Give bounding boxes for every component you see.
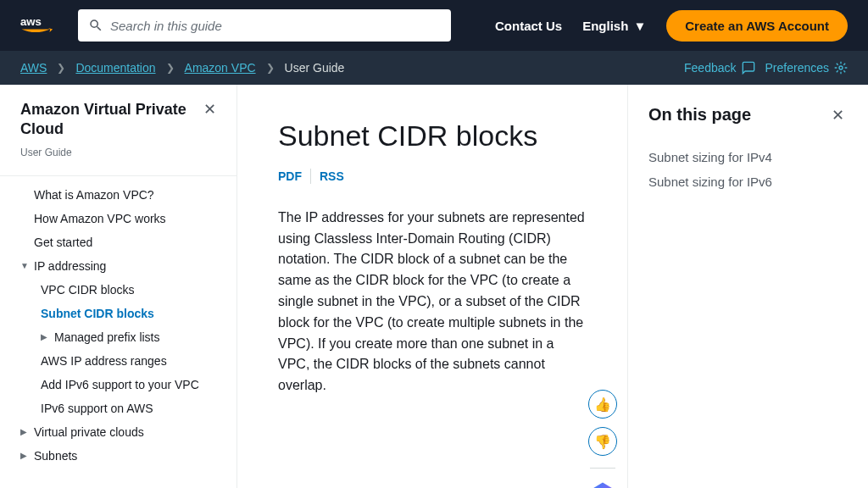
- amazon-q-icon[interactable]: [588, 480, 617, 488]
- sidebar-item[interactable]: Subnet CIDR blocks: [0, 302, 236, 325]
- sidebar-item-label: What is Amazon VPC?: [34, 188, 154, 202]
- divider: [310, 169, 311, 184]
- thumbs-up-button[interactable]: 👍: [588, 390, 617, 419]
- divider: [590, 468, 615, 469]
- sidebar-item-label: IPv6 support on AWS: [41, 402, 153, 415]
- caret-icon: ▼: [20, 261, 29, 270]
- close-icon[interactable]: ✕: [832, 106, 844, 125]
- sidebar-subtitle: User Guide: [0, 147, 236, 169]
- search-input[interactable]: [78, 9, 451, 42]
- aws-logo[interactable]: aws: [20, 14, 58, 37]
- sidebar-item[interactable]: What is Amazon VPC?: [0, 183, 236, 207]
- sidebar-item[interactable]: ▶Subnets: [0, 444, 236, 468]
- main-content: Subnet CIDR blocks PDF RSS The IP addres…: [237, 85, 627, 488]
- sidebar: Amazon Virtual Private Cloud ✕ User Guid…: [0, 85, 237, 488]
- rightpane-title: On this page: [648, 105, 751, 125]
- close-icon[interactable]: ✕: [203, 100, 216, 119]
- gear-icon: [834, 61, 848, 75]
- sidebar-item[interactable]: ▶Virtual private clouds: [0, 420, 236, 444]
- sidebar-item[interactable]: AWS IP address ranges: [0, 349, 236, 373]
- chevron-right-icon: ❯: [166, 62, 175, 74]
- sidebar-item-label: Get started: [34, 236, 92, 249]
- sidebar-item-label: Managed prefix lists: [54, 330, 160, 344]
- body-text: The IP addresses for your subnets are re…: [278, 208, 587, 396]
- breadcrumb-documentation[interactable]: Documentation: [75, 61, 155, 75]
- divider: [0, 175, 236, 176]
- preferences-link[interactable]: Preferences: [765, 61, 848, 75]
- sidebar-item[interactable]: Get started: [0, 230, 236, 254]
- breadcrumb: AWS ❯ Documentation ❯ Amazon VPC ❯ User …: [0, 51, 868, 85]
- sidebar-item-label: Add IPv6 support to your VPC: [41, 378, 199, 391]
- sidebar-item-label: VPC CIDR blocks: [41, 283, 134, 297]
- sidebar-item-label: AWS IP address ranges: [41, 354, 167, 368]
- sidebar-item[interactable]: ▼IP addressing: [0, 254, 236, 278]
- comment-icon: [742, 61, 755, 75]
- caret-icon: ▶: [20, 427, 29, 436]
- chevron-right-icon: ❯: [57, 62, 65, 74]
- create-account-button[interactable]: Create an AWS Account: [666, 10, 848, 42]
- on-this-page-panel: On this page ✕ Subnet sizing for IPv4 Su…: [627, 85, 865, 488]
- svg-point-1: [839, 66, 843, 69]
- chevron-right-icon: ❯: [266, 62, 275, 74]
- thumbs-down-button[interactable]: 👎: [588, 427, 617, 456]
- breadcrumb-amazon-vpc[interactable]: Amazon VPC: [185, 61, 256, 75]
- toc-link-ipv4[interactable]: Subnet sizing for IPv4: [648, 145, 844, 169]
- sidebar-item[interactable]: How Amazon VPC works: [0, 207, 236, 230]
- sidebar-item-label: Virtual private clouds: [34, 425, 144, 439]
- sidebar-item-label: Subnet CIDR blocks: [41, 307, 154, 320]
- caret-icon: ▶: [20, 451, 29, 460]
- sidebar-item[interactable]: Add IPv6 support to your VPC: [0, 373, 236, 396]
- toc-link-ipv6[interactable]: Subnet sizing for IPv6: [648, 169, 844, 194]
- breadcrumb-aws[interactable]: AWS: [20, 61, 47, 75]
- sidebar-item[interactable]: ▶Managed prefix lists: [0, 325, 236, 349]
- svg-text:aws: aws: [20, 15, 42, 28]
- sidebar-item[interactable]: VPC CIDR blocks: [0, 278, 236, 302]
- search-icon: [88, 18, 103, 33]
- breadcrumb-current: User Guide: [285, 61, 345, 75]
- sidebar-item-label: IP addressing: [34, 259, 106, 273]
- feedback-link[interactable]: Feedback: [684, 61, 754, 75]
- caret-icon: ▶: [41, 332, 49, 341]
- sidebar-title: Amazon Virtual Private Cloud: [20, 100, 203, 140]
- page-title: Subnet CIDR blocks: [278, 119, 587, 153]
- contact-us-link[interactable]: Contact Us: [495, 19, 562, 33]
- sidebar-item-label: How Amazon VPC works: [34, 212, 166, 225]
- sidebar-item-label: Subnets: [34, 449, 77, 463]
- language-selector[interactable]: English▼: [582, 19, 646, 33]
- rss-link[interactable]: RSS: [320, 169, 344, 183]
- svg-marker-2: [592, 483, 614, 488]
- pdf-link[interactable]: PDF: [278, 169, 302, 183]
- sidebar-item[interactable]: IPv6 support on AWS: [0, 396, 236, 420]
- chevron-down-icon: ▼: [633, 19, 646, 33]
